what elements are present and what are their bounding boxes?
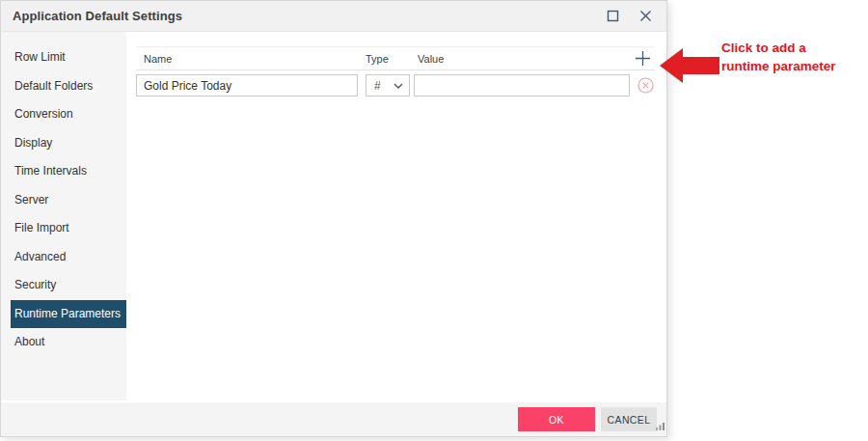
- maximize-icon[interactable]: [603, 7, 622, 26]
- parameter-name-input[interactable]: [136, 74, 358, 96]
- screen: Application Default Settings Row Limit D…: [0, 0, 868, 441]
- sidebar-item-advanced[interactable]: Advanced: [11, 243, 126, 272]
- delete-circle-x-icon: [637, 77, 654, 94]
- annotation: Click to add a runtime parameter: [660, 39, 868, 96]
- sidebar-item-about[interactable]: About: [11, 328, 126, 357]
- dialog-footer: OK CANCEL: [1, 400, 666, 436]
- plus-icon: [635, 50, 651, 67]
- parameter-row: #: [136, 74, 655, 96]
- parameter-type-value: #: [374, 79, 381, 93]
- column-header-value: Value: [416, 53, 630, 65]
- annotation-line-2: runtime parameter: [721, 57, 836, 75]
- sidebar-item-conversion[interactable]: Conversion: [11, 100, 126, 129]
- column-header-type: Type: [366, 53, 416, 65]
- close-icon[interactable]: [636, 7, 655, 26]
- sidebar-item-file-import[interactable]: File Import: [11, 214, 126, 243]
- parameters-table-header: Name Type Value: [136, 46, 655, 70]
- column-header-name: Name: [136, 53, 366, 65]
- sidebar-item-time-intervals[interactable]: Time Intervals: [11, 157, 126, 186]
- parameter-value-input[interactable]: [414, 74, 630, 96]
- dialog-title: Application Default Settings: [1, 9, 182, 23]
- sidebar-item-default-folders[interactable]: Default Folders: [11, 72, 126, 101]
- settings-sidebar: Row Limit Default Folders Conversion Dis…: [1, 32, 126, 400]
- sidebar-item-server[interactable]: Server: [11, 186, 126, 215]
- red-arrow-left-icon: [660, 48, 719, 83]
- delete-parameter-button[interactable]: [636, 76, 655, 96]
- dialog-body: Row Limit Default Folders Conversion Dis…: [1, 32, 666, 400]
- sidebar-item-security[interactable]: Security: [11, 271, 126, 300]
- dialog-titlebar: Application Default Settings: [1, 1, 666, 32]
- ok-button[interactable]: OK: [518, 407, 595, 431]
- cancel-button[interactable]: CANCEL: [601, 407, 657, 431]
- add-parameter-button[interactable]: [630, 47, 655, 70]
- sidebar-item-runtime-parameters[interactable]: Runtime Parameters: [11, 300, 126, 329]
- chevron-down-icon: [393, 83, 403, 89]
- annotation-text: Click to add a runtime parameter: [721, 39, 836, 75]
- window-controls: [603, 7, 666, 26]
- sidebar-item-row-limit[interactable]: Row Limit: [11, 43, 126, 72]
- sidebar-item-display[interactable]: Display: [11, 129, 126, 158]
- application-default-settings-dialog: Application Default Settings Row Limit D…: [0, 0, 667, 437]
- parameter-type-dropdown[interactable]: #: [366, 74, 410, 96]
- resize-grip[interactable]: [656, 417, 665, 434]
- runtime-parameters-panel: Name Type Value #: [126, 32, 666, 400]
- annotation-line-1: Click to add a: [721, 39, 836, 57]
